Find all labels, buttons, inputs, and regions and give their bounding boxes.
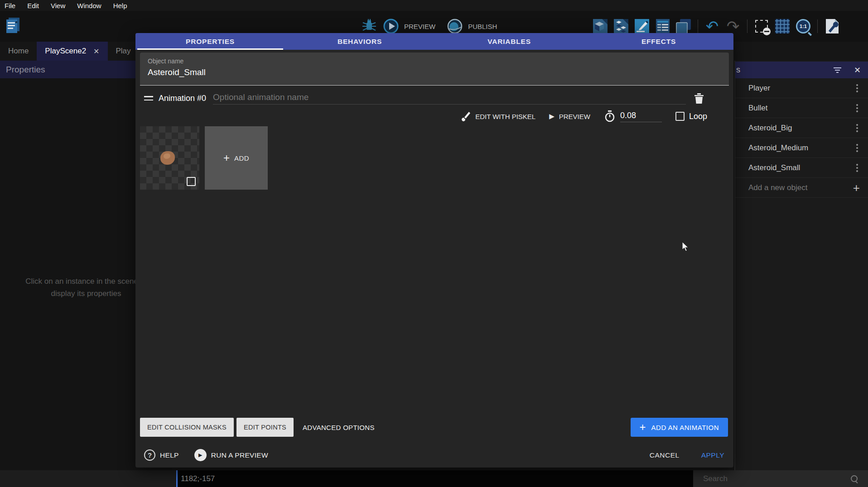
dialog-tab-bar: PROPERTIES BEHAVIORS VARIABLES EFFECTS: [135, 33, 733, 50]
mouse-cursor: [682, 241, 690, 252]
add-new-object-row[interactable]: Add a new object +: [735, 178, 868, 198]
advanced-options-button[interactable]: ADVANCED OPTIONS: [296, 424, 381, 431]
frame-duration-field: [604, 110, 662, 123]
cubes-icon[interactable]: [612, 17, 630, 35]
timer-icon: [604, 110, 616, 123]
animation-header-row: Animation #0: [135, 88, 733, 108]
objects-panel: s ✕ Player Bullet Asteroid_Big Asteroid_…: [734, 42, 868, 470]
search-icon[interactable]: [851, 475, 858, 482]
kebab-menu-icon[interactable]: [856, 144, 858, 152]
asteroid-sprite: [160, 151, 175, 165]
menu-view[interactable]: View: [51, 2, 65, 10]
object-editor-dialog: PROPERTIES BEHAVIORS VARIABLES EFFECTS O…: [135, 33, 733, 468]
grid-icon[interactable]: [774, 17, 791, 35]
frame-select-checkbox[interactable]: [187, 177, 196, 186]
kebab-menu-icon[interactable]: [856, 84, 858, 92]
trash-icon[interactable]: [693, 92, 705, 105]
menu-file[interactable]: File: [5, 2, 15, 10]
animation-tools-row: EDIT WITH PISKEL ▶ PREVIEW Loop: [460, 106, 707, 126]
close-panel-icon[interactable]: ✕: [854, 65, 861, 75]
menu-help[interactable]: Help: [113, 2, 127, 10]
redo-icon[interactable]: ↷: [724, 17, 742, 35]
dialog-actions-row: EDIT COLLISION MASKS EDIT POINTS ADVANCE…: [140, 418, 381, 437]
object-name-field: Object name: [140, 53, 729, 86]
properties-panel-title: Properties: [6, 65, 45, 75]
search-bar: [693, 470, 868, 487]
preview-button[interactable]: PREVIEW: [404, 23, 435, 30]
objects-panel-header: s ✕: [735, 62, 868, 78]
tab-effects[interactable]: EFFECTS: [584, 33, 733, 50]
play-icon: ▶: [549, 112, 555, 120]
brush-icon: [460, 111, 471, 122]
add-frame-button[interactable]: + ADD: [205, 126, 268, 190]
tab-playscene2[interactable]: PlayScene2 ✕: [37, 42, 107, 61]
menu-edit[interactable]: Edit: [27, 2, 39, 10]
publish-icon[interactable]: [446, 17, 463, 35]
add-an-animation-button[interactable]: + ADD AN ANIMATION: [631, 418, 728, 437]
drag-handle-icon[interactable]: [144, 96, 153, 100]
help-button[interactable]: HELP: [160, 451, 179, 459]
preview-icon[interactable]: [382, 17, 400, 35]
objects-panel-title-partial: s: [736, 65, 740, 75]
undo-icon[interactable]: ↶: [704, 17, 721, 35]
plus-icon[interactable]: +: [853, 183, 860, 192]
pencil-icon[interactable]: [633, 17, 651, 35]
selection-mask-icon[interactable]: [753, 17, 770, 35]
tab-properties[interactable]: PROPERTIES: [135, 33, 285, 50]
filter-icon[interactable]: [834, 67, 841, 73]
frame-duration-input[interactable]: [620, 111, 662, 122]
object-row-player[interactable]: Player: [735, 78, 868, 98]
tab-home[interactable]: Home: [0, 42, 37, 61]
object-row-asteroid-medium[interactable]: Asteroid_Medium: [735, 138, 868, 158]
loop-checkbox[interactable]: [675, 112, 685, 121]
events-list-icon[interactable]: [654, 17, 671, 35]
zoom-1-1-icon[interactable]: 1:1: [795, 17, 812, 35]
debug-icon[interactable]: [361, 17, 378, 35]
edit-points-button[interactable]: EDIT POINTS: [236, 418, 294, 437]
run-preview-icon[interactable]: ▶: [194, 449, 207, 461]
object-name-input[interactable]: [148, 67, 719, 77]
menu-window[interactable]: Window: [77, 2, 101, 10]
plus-icon: +: [640, 423, 646, 431]
tab-variables[interactable]: VARIABLES: [434, 33, 584, 50]
animation-frame-thumbnail[interactable]: [140, 126, 199, 190]
preview-animation-button[interactable]: ▶ PREVIEW: [549, 112, 590, 120]
animation-name-input[interactable]: [213, 92, 686, 105]
object-row-asteroid-big[interactable]: Asteroid_Big: [735, 118, 868, 138]
edit-collision-masks-button[interactable]: EDIT COLLISION MASKS: [140, 418, 234, 437]
menu-bar: File Edit View Window Help: [0, 0, 868, 11]
edit-with-piskel-button[interactable]: EDIT WITH PISKEL: [460, 111, 535, 122]
search-input[interactable]: [703, 474, 851, 483]
plus-icon: +: [223, 153, 230, 162]
apply-button[interactable]: APPLY: [701, 451, 724, 459]
kebab-menu-icon[interactable]: [856, 104, 858, 112]
run-a-preview-button[interactable]: RUN A PREVIEW: [211, 451, 268, 459]
loop-toggle[interactable]: Loop: [675, 112, 707, 121]
tab-behaviors[interactable]: BEHAVIORS: [285, 33, 434, 50]
object-row-bullet[interactable]: Bullet: [735, 98, 868, 118]
close-tab-icon[interactable]: ✕: [93, 47, 99, 56]
publish-button[interactable]: PUBLISH: [468, 23, 497, 30]
kebab-menu-icon[interactable]: [856, 124, 858, 132]
object-row-asteroid-small[interactable]: Asteroid_Small: [735, 158, 868, 178]
wrench-icon[interactable]: [823, 17, 840, 35]
help-icon[interactable]: ?: [144, 449, 155, 461]
scene-status-strip: 1182;-157: [176, 470, 693, 487]
status-bar: 1182;-157: [0, 470, 868, 487]
project-manager-icon[interactable]: [5, 16, 22, 34]
cube-icon[interactable]: [592, 17, 609, 35]
layers-icon[interactable]: [675, 17, 692, 35]
object-name-label: Object name: [148, 57, 729, 65]
tab-play-partial[interactable]: Play: [108, 42, 139, 61]
dialog-footer: ? HELP ▶ RUN A PREVIEW CANCEL APPLY: [144, 445, 724, 465]
kebab-menu-icon[interactable]: [856, 164, 858, 172]
cancel-button[interactable]: CANCEL: [650, 451, 680, 459]
app-window: File Edit View Window Help: [0, 0, 868, 487]
animation-title: Animation #0: [159, 94, 206, 103]
cursor-coordinates: 1182;-157: [181, 474, 215, 483]
